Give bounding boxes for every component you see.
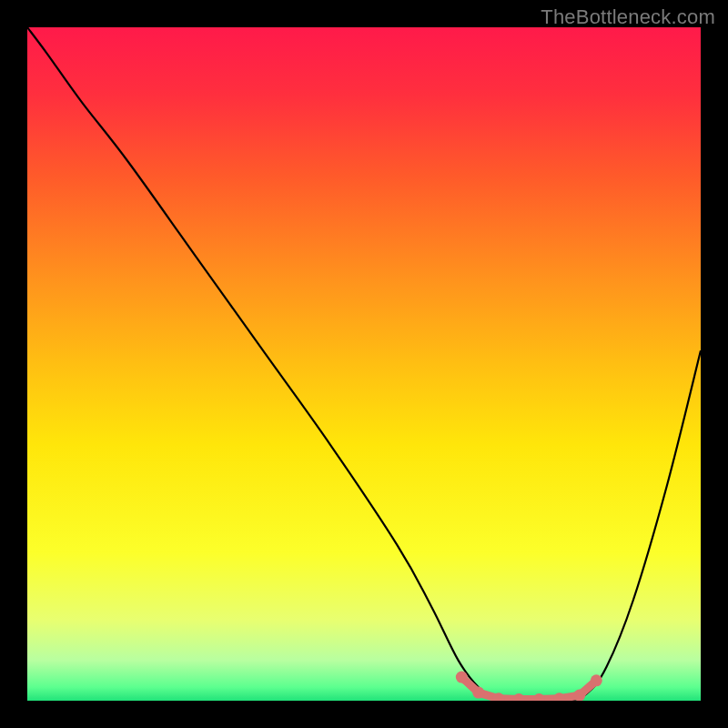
highlight-dot: [472, 687, 484, 699]
highlight-dot: [591, 674, 602, 686]
watermark-label: TheBottleneck.com: [541, 5, 715, 29]
gradient-background: [27, 27, 701, 701]
highlight-dot: [456, 672, 468, 683]
chart-frame: [27, 27, 701, 701]
highlight-dot: [573, 690, 585, 701]
bottleneck-chart: [27, 27, 701, 701]
